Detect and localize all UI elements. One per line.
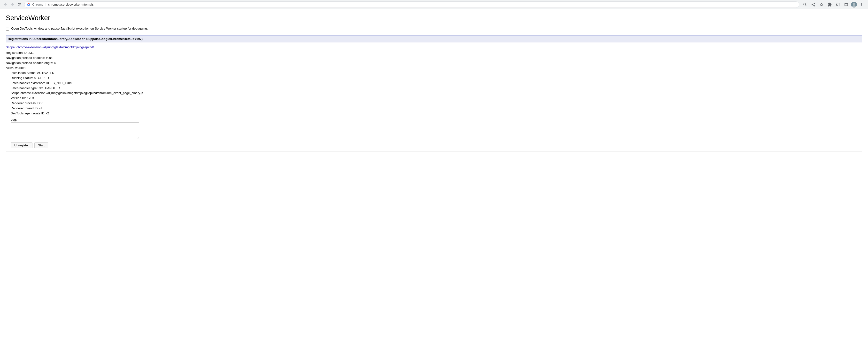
start-button[interactable]: Start (34, 142, 48, 148)
registration-id-line: Registration ID: 231 (6, 51, 862, 56)
toolbar-icons (802, 1, 865, 8)
svg-point-3 (853, 3, 855, 5)
address-separator: | (45, 3, 46, 6)
active-worker-label: Active worker: (6, 65, 862, 70)
version-id-line: Version ID: 1753 (11, 96, 862, 101)
renderer-process-id-line: Renderer process ID: 0 (11, 101, 862, 106)
cast-icon[interactable] (835, 1, 841, 8)
installation-status-line: Installation Status: ACTIVATED (11, 70, 862, 76)
extension-icon[interactable] (826, 1, 833, 8)
scope-link[interactable]: Scope: chrome-extension://djjmngfglakhkh… (6, 45, 862, 49)
log-label: Log: (11, 118, 862, 121)
registration-section: Scope: chrome-extension://djjmngfglakhkh… (6, 42, 862, 151)
script-line: Script: chrome-extension://djjmngfglakhk… (11, 91, 862, 96)
devtools-checkbox-row: Open DevTools window and pause JavaScrip… (6, 27, 862, 31)
renderer-thread-id-line: Renderer thread ID: -1 (11, 106, 862, 111)
devtools-checkbox[interactable] (6, 27, 9, 31)
star-icon[interactable] (818, 1, 825, 8)
browser-toolbar: Chrome | chrome://serviceworker-internal… (0, 0, 868, 9)
fetch-handler-type-line: Fetch handler type: NO_HANDLER (11, 86, 862, 91)
nav-preload-enabled-line: Navigation preload enabled: false (6, 56, 862, 61)
address-bar[interactable]: Chrome | chrome://serviceworker-internal… (24, 1, 799, 8)
reload-button[interactable] (17, 2, 22, 7)
action-buttons: Unregister Start (11, 142, 862, 148)
back-button[interactable] (3, 2, 8, 7)
page-content: ServiceWorker Open DevTools window and p… (0, 9, 868, 156)
worker-details: Installation Status: ACTIVATED Running S… (6, 70, 862, 148)
devtools-agent-route-id-line: DevTools agent route ID: -2 (11, 111, 862, 116)
forward-button[interactable] (10, 2, 15, 7)
registrations-header: Registrations in: /Users/forinton/Librar… (6, 35, 862, 42)
address-brand: Chrome (32, 3, 43, 6)
profile-avatar[interactable] (851, 2, 857, 7)
menu-icon[interactable] (858, 1, 865, 8)
nav-buttons (3, 2, 22, 7)
site-favicon (27, 3, 30, 6)
page-title: ServiceWorker (6, 14, 862, 22)
unregister-button[interactable]: Unregister (11, 142, 32, 148)
address-url: chrome://serviceworker-internals (48, 3, 797, 6)
log-section: Log: (11, 118, 862, 139)
search-icon[interactable] (802, 1, 808, 8)
running-status-line: Running Status: STOPPED (11, 76, 862, 81)
nav-preload-header-length-line: Navigation preload header length: 4 (6, 61, 862, 66)
window-icon[interactable] (843, 1, 849, 8)
devtools-label[interactable]: Open DevTools window and pause JavaScrip… (11, 27, 148, 30)
share-icon[interactable] (810, 1, 817, 8)
fetch-handler-existence-line: Fetch handler existence: DOES_NOT_EXIST (11, 81, 862, 86)
log-textarea[interactable] (11, 122, 139, 139)
